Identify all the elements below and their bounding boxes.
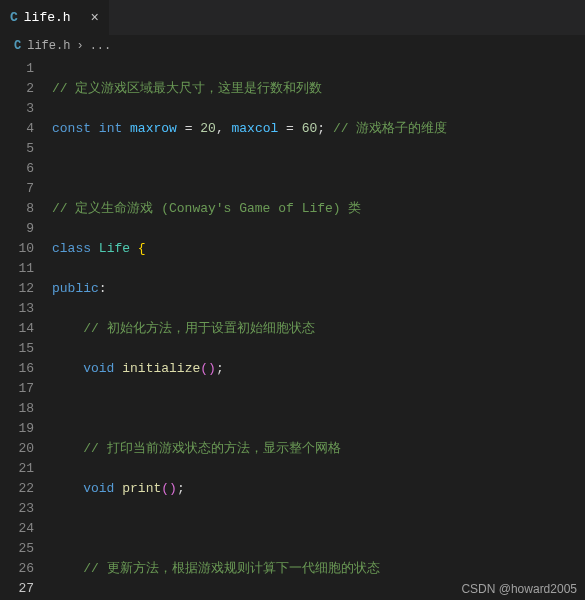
line-number: 7 [0, 179, 34, 199]
code-text: class [52, 241, 91, 256]
code-text: const [52, 121, 91, 136]
line-number: 4 [0, 119, 34, 139]
line-number: 24 [0, 519, 34, 539]
code-text: public [52, 281, 99, 296]
code-area[interactable]: // 定义游戏区域最大尺寸，这里是行数和列数 const int maxrow … [52, 57, 585, 600]
tab-bar: C life.h × [0, 0, 585, 35]
line-number: 12 [0, 279, 34, 299]
tab-life-h[interactable]: C life.h × [0, 0, 110, 35]
code-text: // 定义游戏区域最大尺寸，这里是行数和列数 [52, 81, 322, 96]
line-number: 1 [0, 59, 34, 79]
line-number: 26 [0, 559, 34, 579]
code-text: ; [216, 361, 224, 376]
line-number: 2 [0, 79, 34, 99]
line-number: 3 [0, 99, 34, 119]
c-file-icon: C [14, 39, 21, 53]
code-text: 60 [302, 121, 318, 136]
breadcrumb[interactable]: C life.h › ... [0, 35, 585, 57]
code-text: // 初始化方法，用于设置初始细胞状态 [83, 321, 314, 336]
tab-label: life.h [24, 10, 71, 25]
close-icon[interactable]: × [91, 11, 99, 25]
code-text: () [161, 481, 177, 496]
code-text: = [177, 121, 200, 136]
line-number: 17 [0, 379, 34, 399]
code-text: print [122, 481, 161, 496]
line-number: 19 [0, 419, 34, 439]
code-text: ; [177, 481, 185, 496]
breadcrumb-trail: ... [90, 39, 112, 53]
line-number: 11 [0, 259, 34, 279]
line-number: 13 [0, 299, 34, 319]
breadcrumb-file: life.h [27, 39, 70, 53]
line-number: 21 [0, 459, 34, 479]
line-number: 20 [0, 439, 34, 459]
code-editor[interactable]: 1234567891011121314151617181920212223242… [0, 57, 585, 600]
code-text: 20 [200, 121, 216, 136]
line-number: 10 [0, 239, 34, 259]
line-number: 14 [0, 319, 34, 339]
line-number: 9 [0, 219, 34, 239]
code-text: () [200, 361, 216, 376]
code-text: : [99, 281, 107, 296]
code-text: ; [317, 121, 325, 136]
line-number: 22 [0, 479, 34, 499]
c-file-icon: C [10, 10, 18, 25]
code-text: int [99, 121, 122, 136]
line-number: 25 [0, 539, 34, 559]
code-text: Life [99, 241, 130, 256]
chevron-right-icon: › [76, 39, 83, 53]
code-text: void [83, 361, 114, 376]
line-number: 18 [0, 399, 34, 419]
code-text: // 游戏格子的维度 [325, 121, 447, 136]
code-text: maxcol [231, 121, 278, 136]
watermark: CSDN @howard2005 [461, 582, 577, 596]
line-number: 15 [0, 339, 34, 359]
line-number: 16 [0, 359, 34, 379]
line-number: 5 [0, 139, 34, 159]
code-text: , [216, 121, 232, 136]
code-text: initialize [122, 361, 200, 376]
code-text: { [130, 241, 146, 256]
code-text: maxrow [130, 121, 177, 136]
code-text: // 打印当前游戏状态的方法，显示整个网格 [83, 441, 340, 456]
code-text: void [83, 481, 114, 496]
code-text: // 更新方法，根据游戏规则计算下一代细胞的状态 [83, 561, 379, 576]
line-number: 23 [0, 499, 34, 519]
line-number: 6 [0, 159, 34, 179]
line-number: 8 [0, 199, 34, 219]
line-number-gutter: 1234567891011121314151617181920212223242… [0, 57, 52, 600]
line-number: 27 [0, 579, 34, 599]
code-text: = [278, 121, 301, 136]
code-text: // 定义生命游戏 (Conway's Game of Life) 类 [52, 201, 361, 216]
